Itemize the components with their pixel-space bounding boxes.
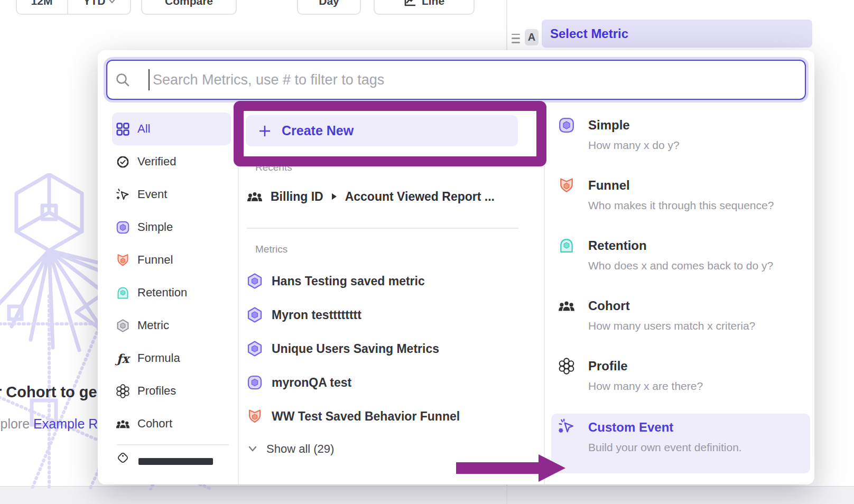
metric-picker-modal: All Verified Event: [98, 50, 814, 484]
metric-type-name: Cohort: [588, 298, 810, 313]
create-new-label: Create New: [282, 123, 354, 138]
category-event[interactable]: Event: [112, 178, 231, 211]
cohort-icon: [558, 297, 575, 314]
metric-list-item[interactable]: WW Test Saved Behavior Funnel: [247, 399, 522, 433]
tag-icon: [116, 451, 130, 465]
retention-icon: [558, 237, 575, 254]
category-simple[interactable]: Simple: [112, 211, 231, 244]
metric-type-description: Who does x and comes back to do y?: [588, 259, 810, 272]
line-chart-icon: [404, 0, 416, 7]
metric-hexagon-icon: [247, 273, 263, 289]
metric-type-name: Custom Event: [588, 420, 810, 435]
category-formula[interactable]: ƒx Formula: [112, 342, 231, 375]
time-range-segmented-control[interactable]: 12M YTD: [16, 0, 131, 15]
event-cursor-icon: [116, 188, 130, 202]
metric-type-retention[interactable]: Retention Who does x and comes back to d…: [551, 233, 810, 293]
granularity-day-button[interactable]: Day: [297, 0, 361, 15]
granularity-label: Day: [319, 0, 339, 7]
recent-item[interactable]: Billing ID Account Viewed Report ...: [247, 189, 495, 204]
metric-list-item[interactable]: Myron testttttttt: [247, 298, 522, 332]
funnel-icon: [558, 177, 575, 194]
metric-type-description: How many users match x criteria?: [588, 320, 810, 332]
metric-type-name: Profile: [588, 359, 810, 374]
recents-header: Recents: [255, 162, 292, 173]
empty-state-headline-fragment: r Cohort to ge: [0, 384, 97, 401]
category-label: All: [137, 122, 150, 136]
category-label: Verified: [137, 155, 176, 169]
category-label: Retention: [137, 286, 187, 300]
time-range-ytd-button[interactable]: YTD: [73, 0, 125, 14]
metric-type-simple[interactable]: Simple How many x do y?: [551, 113, 810, 173]
column-divider: [544, 111, 545, 484]
category-verified[interactable]: Verified: [112, 145, 231, 178]
simple-metric-icon: [247, 375, 263, 390]
section-divider: [247, 228, 518, 229]
category-profiles[interactable]: Profiles: [112, 375, 231, 407]
time-range-ytd-label: YTD: [83, 0, 105, 7]
clause-letter-badge: A: [525, 29, 539, 45]
custom-event-icon: [558, 418, 575, 435]
clipped-category-item[interactable]: [112, 451, 231, 465]
metric-list-item[interactable]: Unique Users Saving Metrics: [247, 332, 522, 366]
metric-type-cohort[interactable]: Cohort How many users match x criteria?: [551, 293, 810, 353]
metric-item-label: myronQA test: [272, 376, 351, 390]
retention-icon: [116, 286, 130, 300]
app-stage: 12M YTD Compare Day Line: [0, 0, 854, 504]
metric-type-description: Who makes it through this sequence?: [588, 199, 810, 212]
search-bar: [106, 60, 806, 100]
search-icon: [115, 72, 131, 88]
metric-hexagon-icon: [247, 341, 263, 357]
chevron-down-icon: [108, 0, 116, 4]
metric-type-profile[interactable]: Profile How many x are there?: [551, 353, 810, 414]
search-input[interactable]: [106, 60, 806, 100]
example-reports-link[interactable]: Example R: [33, 416, 98, 431]
metric-hexagon-icon: [116, 319, 130, 333]
metric-type-custom-event[interactable]: Custom Event Build your own event defini…: [551, 414, 810, 473]
metrics-list: Hans Testing saved metric Myron testtttt…: [247, 264, 522, 433]
select-metric-button[interactable]: Select Metric: [542, 20, 812, 48]
category-all[interactable]: All: [112, 113, 231, 145]
simple-metric-icon: [116, 220, 130, 235]
metric-item-label: Unique Users Saving Metrics: [272, 342, 439, 356]
metric-list-item[interactable]: Hans Testing saved metric: [247, 264, 522, 298]
profiles-icon: [116, 384, 130, 398]
chart-type-label: Line: [422, 0, 444, 7]
formula-icon: ƒx: [116, 351, 130, 366]
breadcrumb-arrow-icon: [331, 193, 337, 200]
chevron-down-icon: [247, 445, 258, 453]
category-funnel[interactable]: Funnel: [112, 244, 231, 276]
empty-state-subline: xplore Example R: [0, 416, 98, 432]
metric-type-name: Funnel: [588, 178, 810, 193]
category-label: Event: [137, 188, 167, 201]
metric-type-description: How many x are there?: [588, 380, 810, 393]
empty-state-subline-fragment: xplore: [0, 416, 33, 431]
time-range-12m-button[interactable]: 12M: [22, 0, 62, 14]
create-new-button[interactable]: Create New: [246, 115, 518, 146]
metric-type-funnel[interactable]: Funnel Who makes it through this sequenc…: [551, 173, 810, 233]
metric-item-label: Myron testttttttt: [272, 308, 361, 322]
show-all-label: Show all (29): [266, 442, 334, 456]
simple-metric-icon: [558, 117, 575, 134]
category-label: Profiles: [137, 384, 176, 398]
compare-button[interactable]: Compare: [141, 0, 237, 15]
category-label: Metric: [137, 319, 169, 332]
cohort-icon: [116, 417, 130, 431]
category-label: Funnel: [137, 253, 173, 267]
category-label: Formula: [137, 351, 180, 365]
metric-list-item[interactable]: myronQA test: [247, 366, 522, 399]
category-cohort[interactable]: Cohort: [112, 407, 231, 440]
segment-divider: [67, 0, 68, 14]
metric-type-description: Build your own event definition.: [588, 441, 810, 454]
recent-item-suffix: Account Viewed Report ...: [345, 190, 495, 204]
select-metric-label: Select Metric: [550, 26, 628, 41]
metric-type-name: Retention: [588, 238, 810, 253]
category-metric[interactable]: Metric: [112, 309, 231, 342]
chart-type-line-button[interactable]: Line: [374, 0, 475, 15]
show-all-button[interactable]: Show all (29): [247, 442, 334, 456]
verified-badge-icon: [116, 155, 130, 169]
drag-handle-icon[interactable]: [512, 34, 520, 43]
metric-hexagon-icon: [247, 307, 263, 323]
category-retention[interactable]: Retention: [112, 276, 231, 309]
recent-item-prefix: Billing ID: [271, 190, 323, 204]
funnel-icon: [247, 408, 263, 424]
